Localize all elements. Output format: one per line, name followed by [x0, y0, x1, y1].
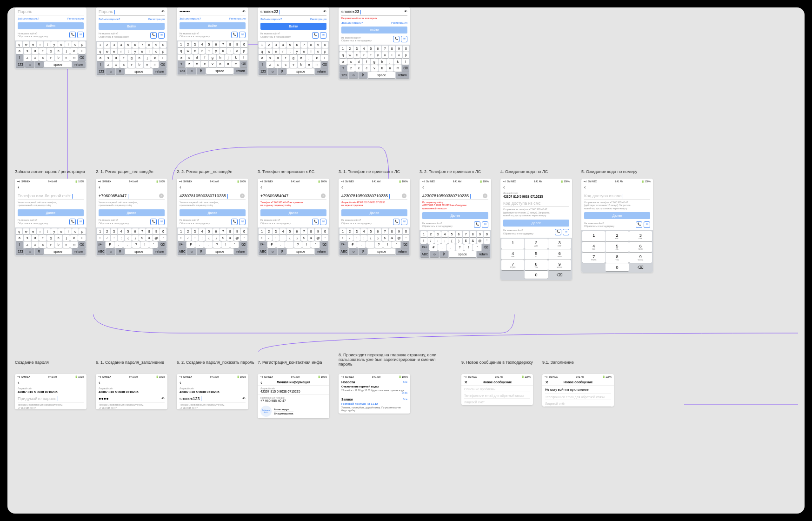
- login-button[interactable]: Войти: [99, 23, 165, 30]
- register-link[interactable]: Регистрация: [148, 18, 165, 20]
- keyboard[interactable]: 1234567890qwertyuiopasdfghjkl⇧zxcvbnm⌫12…: [177, 40, 248, 75]
- main-input[interactable]: 42307810590380710235 ×: [341, 194, 407, 200]
- phone-icon[interactable]: 📞: [474, 221, 480, 228]
- login-button[interactable]: Войти: [18, 22, 84, 29]
- next-button[interactable]: Далее: [341, 209, 407, 216]
- contact-field[interactable]: Телефон или email для обратной связи: [464, 394, 530, 399]
- clear-icon[interactable]: ×: [159, 194, 164, 198]
- mail-icon[interactable]: ✉: [77, 32, 84, 38]
- phone-icon[interactable]: 📞: [69, 219, 76, 225]
- back-button[interactable]: ‹: [15, 379, 87, 386]
- problem-field[interactable]: Не могу войти в приложение: [545, 387, 611, 394]
- mail-icon[interactable]: ✉: [563, 229, 569, 235]
- next-button[interactable]: Далее: [422, 212, 488, 219]
- mail-icon[interactable]: ✉: [158, 32, 165, 39]
- register-link[interactable]: Регистрация: [229, 17, 246, 20]
- eye-icon[interactable]: 👁: [323, 10, 326, 13]
- login-button[interactable]: Войти: [260, 23, 326, 30]
- back-button[interactable]: ‹: [15, 184, 87, 191]
- login-button[interactable]: Войти: [341, 27, 407, 33]
- password-field[interactable]: Пароль: [18, 9, 84, 15]
- register-link[interactable]: Регистрация: [391, 21, 407, 24]
- keyboard[interactable]: 1234567890!/:;()$&@"#+=₽.,?!'⌫ABC☺🎙space…: [339, 227, 410, 256]
- next-button[interactable]: Далее: [503, 220, 569, 227]
- clear-icon[interactable]: ×: [321, 194, 326, 198]
- numpad[interactable]: 12ABC3DEF4GHI5JKL6MNO7PQRS8TUV9WXYZ​0⌫: [500, 238, 572, 280]
- mail-icon[interactable]: ✉: [482, 221, 488, 228]
- phone-icon[interactable]: 📞: [636, 221, 642, 228]
- clear-icon[interactable]: ×: [483, 194, 487, 198]
- password-input[interactable]: ●●●● 👁: [99, 396, 165, 403]
- back-button[interactable]: ‹: [260, 380, 262, 385]
- avatar-add[interactable]: Добавитьфото: [260, 406, 272, 417]
- main-input[interactable]: 42307810590380710235 ×: [422, 194, 488, 200]
- next-button[interactable]: Далее: [584, 212, 650, 219]
- password-input[interactable]: sminex123 👁: [180, 396, 246, 403]
- password-field[interactable]: sminex23 👁: [341, 9, 407, 16]
- all-link[interactable]: Все: [403, 381, 407, 384]
- next-button[interactable]: Далее: [260, 209, 326, 216]
- forgot-link[interactable]: Забыли пароль?: [260, 18, 282, 20]
- phone-icon[interactable]: 📞: [312, 219, 319, 225]
- forgot-link[interactable]: Забыли пароль?: [99, 18, 120, 20]
- eye-icon[interactable]: 👁: [404, 10, 407, 13]
- back-button[interactable]: ‹: [581, 184, 653, 191]
- main-input[interactable]: +79609854047 ×: [99, 194, 165, 200]
- forgot-link[interactable]: Забыли пароль?: [341, 21, 363, 24]
- phone-icon[interactable]: 📞: [231, 32, 238, 38]
- keyboard[interactable]: 1234567890!/:;()$&@"#+=₽.,?!'⌫ABC☺🎙space…: [177, 227, 248, 256]
- main-input[interactable]: 42307810590380710235 ×: [180, 194, 246, 200]
- mail-icon[interactable]: ✉: [77, 219, 84, 225]
- back-button[interactable]: ‹: [177, 184, 248, 191]
- account-field[interactable]: Лицевой счёт: [464, 401, 530, 405]
- close-icon[interactable]: ✕: [545, 380, 549, 385]
- all-link[interactable]: Все: [403, 398, 407, 401]
- mail-icon[interactable]: ✉: [401, 36, 407, 42]
- keyboard[interactable]: 1234567890!/:;()$&@"#+=₽.,?!'⌫ABC☺🎙space…: [96, 227, 167, 256]
- login-button[interactable]: Войти: [180, 22, 246, 29]
- mail-icon[interactable]: ✉: [158, 219, 165, 225]
- back-button[interactable]: ‹: [419, 184, 491, 191]
- back-button[interactable]: ‹: [500, 184, 572, 191]
- password-field[interactable]: ••••••• 👁: [180, 9, 246, 15]
- eye-icon[interactable]: 👁: [161, 397, 165, 400]
- password-input[interactable]: Придумайте пароль: [18, 396, 84, 403]
- back-button[interactable]: ‹: [96, 379, 167, 386]
- main-input[interactable]: Код доступа из смс: [503, 201, 569, 207]
- eye-icon[interactable]: 👁: [161, 10, 165, 13]
- register-link[interactable]: Регистрация: [67, 17, 84, 20]
- next-button[interactable]: Далее: [180, 209, 246, 216]
- main-input[interactable]: Телефон или Лицевой счёт: [18, 194, 84, 200]
- contact-field[interactable]: Телефон или email для обратной связи: [545, 395, 611, 400]
- phone-icon[interactable]: 📞: [393, 219, 399, 225]
- mail-icon[interactable]: ✉: [320, 32, 326, 39]
- next-button[interactable]: Далее: [18, 209, 84, 216]
- phone-icon[interactable]: 📞: [231, 219, 238, 225]
- phone-icon[interactable]: 📞: [555, 229, 561, 235]
- phone-icon[interactable]: 📞: [393, 36, 399, 42]
- phone-icon[interactable]: 📞: [69, 32, 76, 38]
- phone-icon[interactable]: 📞: [150, 32, 157, 39]
- main-input[interactable]: +79609854047 ×: [260, 194, 326, 200]
- forgot-link[interactable]: Забыли пароль?: [18, 17, 39, 20]
- mail-icon[interactable]: ✉: [644, 221, 650, 228]
- back-button[interactable]: ‹: [258, 184, 329, 191]
- back-button[interactable]: ‹: [339, 184, 410, 191]
- account-field[interactable]: Лицевой счёт: [545, 402, 611, 407]
- next-button[interactable]: Далее: [99, 209, 165, 216]
- phone-icon[interactable]: 📞: [150, 219, 157, 225]
- close-icon[interactable]: ✕: [464, 380, 468, 385]
- back-button[interactable]: ‹: [177, 379, 248, 386]
- numpad[interactable]: 12ABC3DEF4GHI5JKL6MNO7PQRS8TUV9WXYZ​0⌫: [581, 230, 653, 273]
- keyboard[interactable]: 1234567890!/:;()$&@"#+=₽.,?!'⌫ABC☺🎙space…: [419, 230, 491, 259]
- keyboard[interactable]: qwertyuiopasdfghjkl⇧zxcvbnm⌫123☺🎙spacere…: [15, 40, 87, 69]
- forgot-link[interactable]: Забыли пароль?: [180, 17, 201, 20]
- mail-icon[interactable]: ✉: [239, 219, 246, 225]
- eye-icon[interactable]: 👁: [242, 10, 246, 13]
- back-button[interactable]: ‹: [96, 184, 167, 191]
- register-link[interactable]: Регистрация: [310, 18, 326, 20]
- keyboard[interactable]: 1234567890qwertyuiopasdfghjkl⇧zxcvbnm⌫12…: [96, 41, 167, 76]
- main-input[interactable]: Код доступа из смс: [584, 194, 650, 200]
- mail-icon[interactable]: ✉: [401, 219, 407, 225]
- mail-icon[interactable]: ✉: [239, 32, 246, 38]
